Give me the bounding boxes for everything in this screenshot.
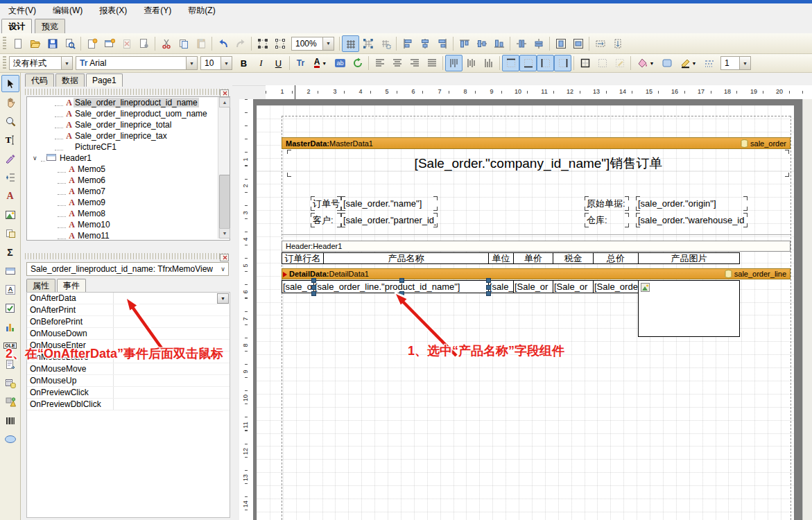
bold-button[interactable]: B bbox=[235, 55, 252, 71]
align-bottoms-button[interactable] bbox=[490, 35, 508, 52]
new-page-button[interactable] bbox=[83, 35, 101, 52]
column-header-cell[interactable]: 税金 bbox=[553, 252, 594, 264]
frame-edit-button[interactable] bbox=[611, 55, 628, 71]
italic-button[interactable]: I bbox=[252, 55, 270, 71]
frame-none-button[interactable] bbox=[594, 55, 611, 71]
event-row[interactable]: OnMouseMove bbox=[27, 363, 230, 375]
tab-preview[interactable]: 预览 bbox=[35, 19, 65, 33]
detail-cell[interactable]: [Sale_orde bbox=[593, 280, 639, 293]
report-title-memo[interactable]: [Sale_order."company_id_name"]销售订单 bbox=[287, 150, 789, 177]
page-settings-button[interactable] bbox=[135, 35, 153, 52]
valign-middle-button[interactable] bbox=[463, 55, 480, 71]
selection-handle[interactable] bbox=[311, 285, 316, 290]
tree-item[interactable]: ASale_order_lineproduct_uom_name bbox=[27, 108, 230, 119]
font-combo-arrow[interactable]: ▼ bbox=[186, 57, 197, 69]
highlight-button[interactable]: ab bbox=[331, 55, 349, 71]
tab-design[interactable]: 设计 bbox=[1, 19, 32, 33]
valign-bottom-button[interactable] bbox=[480, 55, 497, 71]
design-vertical-scrollbar[interactable] bbox=[802, 99, 812, 520]
font-size-combo-arrow[interactable]: ▼ bbox=[221, 57, 232, 69]
show-grid-button[interactable] bbox=[342, 35, 359, 52]
tab-properties[interactable]: 属性 bbox=[26, 279, 55, 292]
tree-item[interactable]: ASale_order_lineproduct_id_name bbox=[27, 97, 230, 108]
tree-scrollbar[interactable]: ▲ ▼ bbox=[218, 97, 230, 239]
ellipse-object-tool[interactable] bbox=[1, 431, 19, 448]
column-header-cell[interactable]: 单价 bbox=[513, 252, 553, 264]
insert-band-tool[interactable] bbox=[1, 168, 19, 186]
font-settings-button[interactable]: Tr bbox=[292, 55, 309, 71]
column-header-cell[interactable]: 产品名称 bbox=[323, 252, 489, 264]
tree-item[interactable]: ASale_order_lineprice_total bbox=[27, 119, 230, 130]
copy-button[interactable] bbox=[175, 35, 192, 52]
scroll-up-icon[interactable]: ▲ bbox=[219, 97, 230, 107]
new-report-button[interactable] bbox=[9, 35, 26, 52]
same-height-button[interactable] bbox=[609, 35, 626, 52]
field-value-memo[interactable]: [sale_order."warehouse_id bbox=[636, 213, 748, 227]
group-button[interactable] bbox=[254, 35, 271, 52]
new-dialog-page-button[interactable] bbox=[101, 35, 118, 52]
menu-edit[interactable]: 编辑(W) bbox=[44, 3, 91, 17]
event-row[interactable]: OnAfterPrint bbox=[27, 304, 230, 316]
detail-cell-picture[interactable] bbox=[638, 280, 740, 337]
barcode-object-tool[interactable] bbox=[1, 412, 19, 429]
menu-view[interactable]: 查看(Y) bbox=[135, 3, 180, 17]
tree-panel-splitter[interactable] bbox=[25, 89, 230, 95]
frame-bottom-button[interactable] bbox=[519, 55, 537, 71]
detail-cell[interactable]: [sale_ bbox=[488, 280, 514, 293]
field-value-memo[interactable]: [sale_order."partner_id_na bbox=[341, 213, 438, 227]
event-row[interactable]: OnBeforePrint bbox=[27, 316, 230, 328]
zoom-tool[interactable] bbox=[1, 112, 19, 130]
format-painter-tool[interactable] bbox=[1, 150, 19, 167]
paste-button[interactable] bbox=[192, 35, 209, 52]
header-band-header[interactable]: Header: Header1 bbox=[282, 241, 791, 252]
column-header-cell[interactable]: 订单行名 bbox=[282, 252, 324, 264]
same-width-button[interactable] bbox=[591, 35, 609, 52]
object-selector-arrow[interactable]: ∨ bbox=[218, 263, 228, 275]
ungroup-button[interactable] bbox=[271, 35, 288, 52]
align-centers-button[interactable] bbox=[416, 35, 433, 52]
selection-handle[interactable] bbox=[486, 285, 491, 290]
align-middles-button[interactable] bbox=[473, 35, 490, 52]
center-vertically-button[interactable] bbox=[569, 35, 587, 52]
selection-handle[interactable] bbox=[486, 291, 491, 296]
scroll-down-icon[interactable]: ▼ bbox=[219, 228, 230, 239]
style-combo-arrow[interactable]: ▼ bbox=[61, 57, 72, 69]
draw-object-tool[interactable]: A bbox=[1, 281, 19, 298]
sum-object-tool[interactable]: Σ bbox=[1, 243, 19, 261]
field-label-memo[interactable]: 订单号: bbox=[311, 196, 341, 211]
hand-tool[interactable] bbox=[1, 94, 19, 111]
tree-item[interactable]: AMemo9 bbox=[27, 197, 230, 208]
selection-handle[interactable] bbox=[399, 278, 404, 283]
checkbox-object-tool[interactable] bbox=[1, 300, 19, 317]
object-selector-combo[interactable]: Sale_order_lineproduct_id_name: TfrxMemo… bbox=[26, 262, 229, 276]
chart-object-tool[interactable] bbox=[1, 318, 19, 336]
db-data-object-tool[interactable] bbox=[1, 374, 19, 392]
shape-object-tool[interactable] bbox=[1, 393, 19, 410]
tree-item-band[interactable]: ∨ Header1 bbox=[27, 153, 230, 164]
field-label-memo[interactable]: 客户: bbox=[311, 213, 341, 227]
event-dropdown-icon[interactable]: ▼ bbox=[217, 293, 229, 304]
zoom-combo-arrow[interactable]: ▼ bbox=[322, 37, 334, 50]
collapse-icon[interactable]: ∨ bbox=[33, 155, 41, 162]
tab-events[interactable]: 事件 bbox=[57, 279, 86, 292]
frame-left-button[interactable] bbox=[537, 55, 554, 71]
field-value-memo[interactable]: [sale_order."origin"] bbox=[636, 196, 748, 211]
event-row[interactable]: OnMouseDown bbox=[27, 328, 230, 340]
preview-button[interactable] bbox=[61, 35, 78, 52]
delete-page-button[interactable] bbox=[118, 35, 135, 52]
column-header-cell[interactable]: 总价 bbox=[593, 252, 639, 264]
tree-item[interactable]: AMemo8 bbox=[27, 208, 230, 219]
toolbar-grip[interactable] bbox=[3, 37, 6, 51]
masterdata-band-header[interactable]: MasterData: MasterData1 sale_order bbox=[282, 137, 791, 149]
detail-cell[interactable]: [sale_orde bbox=[282, 280, 314, 293]
undo-button[interactable] bbox=[214, 35, 232, 52]
frame-all-button[interactable] bbox=[576, 55, 594, 71]
column-header-cell[interactable]: 单位 bbox=[488, 252, 514, 264]
inspector-splitter[interactable] bbox=[25, 253, 230, 259]
field-value-memo[interactable]: [sale_order."name"] bbox=[341, 196, 438, 211]
align-lefts-button[interactable] bbox=[399, 35, 416, 52]
font-combo[interactable]: Tr Arial▼ bbox=[76, 56, 198, 70]
event-row[interactable]: OnPreviewClick bbox=[27, 387, 230, 399]
tree-item[interactable]: AMemo10 bbox=[27, 219, 230, 230]
align-rights-button[interactable] bbox=[433, 35, 451, 52]
